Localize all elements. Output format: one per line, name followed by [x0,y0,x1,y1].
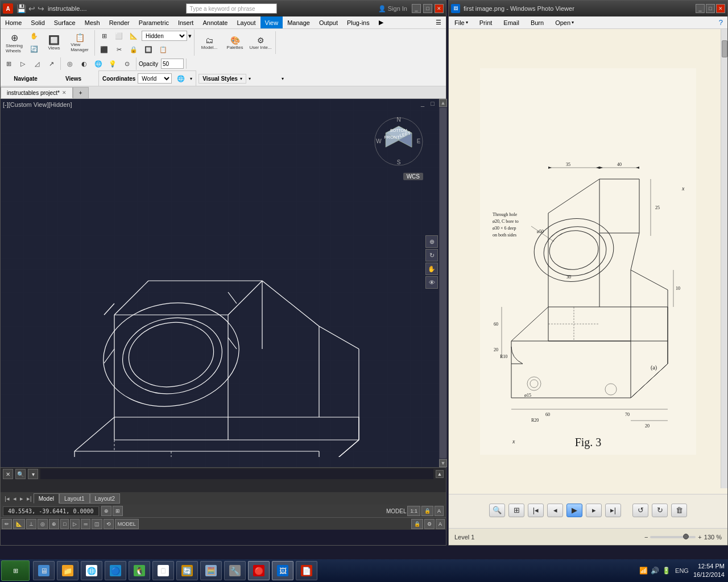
undo-icon[interactable]: ↩ [28,4,35,13]
views-btn[interactable]: 🔲 Views [42,31,67,54]
pan-nav-btn[interactable]: ✋ [425,263,438,275]
model-tab[interactable]: Model [34,493,59,504]
osnap-btn[interactable]: ⊕ [49,519,59,529]
polar-btn[interactable]: ◎ [38,519,48,529]
steering-wheels-btn[interactable]: ⊕ SteeringWheels [2,31,27,54]
viewcube[interactable]: N E S W FRONT LEFT BOTTOM [373,116,424,167]
wcs-label[interactable]: WCS [403,173,423,180]
tb2-btn2[interactable]: ▷ [16,57,30,70]
tb2-light-btn[interactable]: 💡 [106,57,119,70]
taskbar-photo-btn[interactable]: 🖼 [272,561,293,580]
pv-rotate-ccw-btn[interactable]: ↺ [632,504,648,517]
model-space-btn[interactable]: MODEL [115,519,139,529]
taskbar-notepad-btn[interactable]: 🗒 [152,561,174,580]
pv-menu-email[interactable]: Email [498,16,525,28]
snap-toggle-btn[interactable]: 📐 [13,519,25,529]
pv-minimize-btn[interactable]: _ [696,4,705,13]
zoom-thumb[interactable] [683,534,689,539]
command-input[interactable] [40,469,433,479]
pv-delete-btn[interactable]: 🗑 [671,504,687,517]
pv-menu-print[interactable]: Print [474,16,498,28]
network-tray-icon[interactable]: 📶 [639,566,648,575]
menu-annotate[interactable]: Annotate [198,16,232,28]
sel-cycle-btn[interactable]: ⟲ [104,519,114,529]
taskbar-desktop-btn[interactable]: 🖥 [33,561,55,580]
anno-scale-btn[interactable]: A [435,506,444,516]
pv-next-img-btn[interactable]: ▸ [586,504,602,517]
layout-nav-prev[interactable]: ◂ [11,495,18,502]
pv-slideshow-btn[interactable]: ▶ [566,504,582,517]
cmd-arrow-btn[interactable]: ▾ [28,469,38,479]
redo-icon[interactable]: ↪ [38,4,44,13]
vp-clip-btn[interactable]: ✂ [112,43,126,56]
workspace-btn[interactable]: ⚙ [424,519,435,529]
layout1-tab[interactable]: Layout1 [59,493,90,504]
coordinates-dropdown[interactable]: World [138,73,172,84]
vp-named2-btn[interactable]: 📋 [156,43,170,56]
menu-view[interactable]: View [260,16,283,28]
vp-scale-btn[interactable]: 🔲 [142,43,155,56]
lineweight-btn[interactable]: ═ [81,519,90,529]
anno-switch-btn[interactable]: A [436,519,445,529]
zoom-in-nav-btn[interactable]: ⊕ [425,235,438,248]
quick-access-icon[interactable]: 💾 [16,4,26,13]
viewport-named-btn[interactable]: 📐 [127,30,140,42]
pv-search-btn[interactable]: 🔍 [489,504,505,517]
pv-scrollbar-right[interactable] [721,29,727,488]
taskbar-app2-btn[interactable]: 🐧 [129,561,150,580]
zoom-plus-icon[interactable]: + [698,534,701,541]
vp-lock-btn[interactable]: 🔒 [127,43,140,56]
menu-insert[interactable]: Insert [173,16,198,28]
pv-menu-file[interactable]: File ▾ [449,16,474,28]
minimize-btn[interactable]: _ [412,4,421,13]
tb2-circle-btn[interactable]: ◎ [63,57,77,70]
grid-btn[interactable]: ⊞ [113,506,123,516]
zoom-minus-icon[interactable]: − [644,534,648,541]
battery-tray-icon[interactable]: 🔋 [661,566,671,575]
menu-options[interactable]: ☰ [431,16,446,28]
pv-next-btn[interactable]: ▸| [605,504,621,517]
vp-border-btn[interactable]: ⬛ [97,43,111,56]
taskbar-app1-btn[interactable]: 🔵 [105,561,126,580]
taskbar-app3-btn[interactable]: 🔄 [176,561,198,580]
palettes-btn[interactable]: 🎨 Palettes [222,31,247,54]
tb2-btn1[interactable]: ⊞ [2,57,15,70]
scroll-up-btn[interactable]: ▲ [439,99,447,107]
tb2-btn3[interactable]: ◿ [30,57,44,70]
viewport-config-btn[interactable]: ⊞ [97,30,111,42]
pv-restore-btn[interactable]: □ [706,4,715,13]
pv-prev-img-btn[interactable]: ◂ [547,504,563,517]
layout2-tab[interactable]: Layout2 [90,493,121,504]
autocad-viewport[interactable]: [-][Custom View][Hidden] _ □ ✕ [1,99,447,467]
system-clock[interactable]: 12:54 PM 16/12/2014 [693,562,725,580]
menu-solid[interactable]: Solid [26,16,49,28]
pv-close-btn[interactable]: ✕ [716,4,725,13]
pv-rotate-cw-btn[interactable]: ↻ [652,504,668,517]
tb2-btn4[interactable]: ↗ [44,57,58,70]
user-interface-btn[interactable]: ⚙ User Inte... [248,31,273,54]
taskbar-autocad-btn[interactable]: 🔴 [248,561,270,580]
signin-btn[interactable]: 👤 Sign In [376,5,410,13]
snap-btn[interactable]: ⊕ [101,506,111,516]
start-button[interactable]: ⊞ [1,560,30,581]
coordinates-display[interactable]: 40.5543, -39.6441, 0.0000 [3,506,99,516]
tb2-circle2-btn[interactable]: ⊙ [120,57,134,70]
menu-surface[interactable]: Surface [49,16,80,28]
pv-help-btn[interactable]: ? [714,16,727,28]
dyn-input-btn[interactable]: ▷ [70,519,80,529]
taskbar-calc-btn[interactable]: 🧮 [200,561,222,580]
viewport-scrollbar-right[interactable]: ▲ ▼ [439,99,447,467]
project-tab-close[interactable]: ✕ [62,90,67,95]
ortho-btn[interactable]: ⊥ [26,519,36,529]
layout-nav-first[interactable]: |◂ [3,495,11,502]
orbit-nav-btn[interactable]: ↻ [425,249,438,261]
visual-style-select[interactable]: Hidden Wireframe Realistic [142,31,187,41]
pv-menu-burn[interactable]: Burn [525,16,549,28]
cmd-scroll-btn[interactable]: ▲ [436,470,444,478]
cmd-magnify-btn[interactable]: 🔍 [15,469,26,479]
vp-scale-btn2[interactable]: 1:1 [407,506,420,516]
model-btn[interactable]: 🗂 Model... [197,31,222,54]
vp-lock-status-btn[interactable]: 🔒 [411,519,423,529]
opacity-input[interactable] [161,59,184,69]
close-btn[interactable]: ✕ [435,4,444,13]
